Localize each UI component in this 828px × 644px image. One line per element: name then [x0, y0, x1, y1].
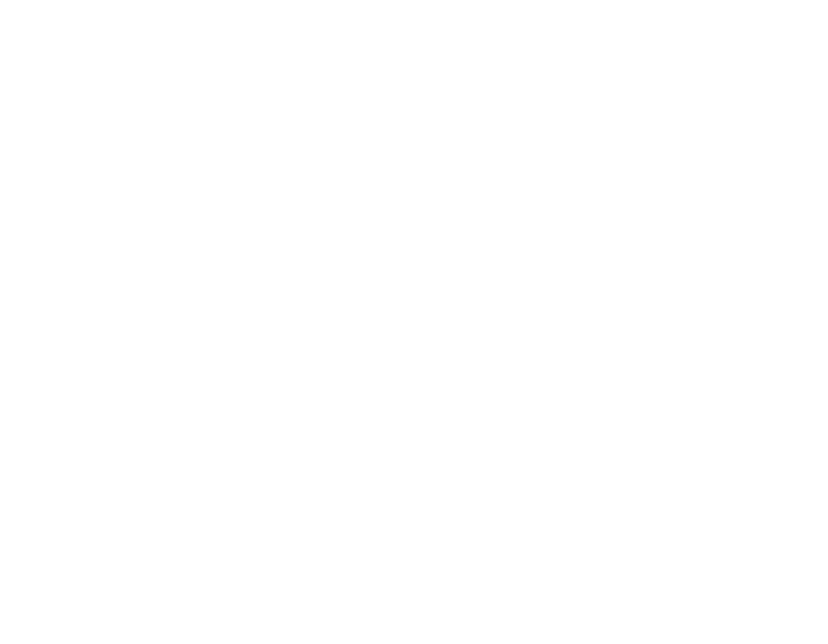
pump-curve-chart: [0, 0, 828, 644]
